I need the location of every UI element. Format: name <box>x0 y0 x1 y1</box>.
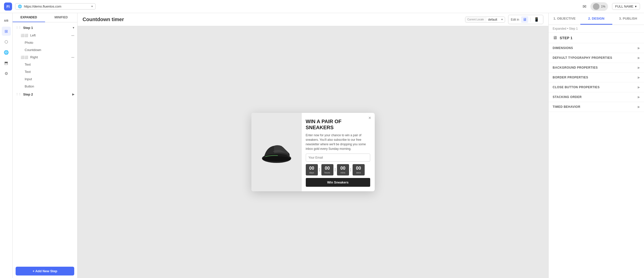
countdown-secs: 00 secs <box>353 164 365 175</box>
sidebar-item-settings[interactable]: ⚙ <box>2 69 11 78</box>
chevron-right-icon: ▶ <box>72 93 74 96</box>
sidebar-item-ab[interactable]: A/B <box>2 16 11 25</box>
countdown-item[interactable]: Countdown <box>13 46 77 54</box>
fullname-label: FULL NAME <box>615 5 633 8</box>
breadcrumb: Expanded • Step 1 <box>549 25 644 33</box>
chevron-right-icon: ▶ <box>638 95 640 99</box>
text-1-label: Text <box>25 63 31 66</box>
fullname-button[interactable]: FULL NAME ▾ <box>612 3 640 10</box>
topbar: FI 🌐 https://demo.fluentos.com ▾ ✉ 1% FU… <box>0 0 644 13</box>
step-2-header[interactable]: ⋮⋮ Step 2 ▶ <box>13 90 77 98</box>
mail-icon[interactable]: ✉ <box>583 4 586 9</box>
right-group-header[interactable]: ⬜⬜ Right ••• <box>13 54 77 61</box>
drag-handle-icon: ⋮⋮ <box>16 93 21 96</box>
mobile-device-button[interactable]: 📱 <box>533 16 541 23</box>
button-item[interactable]: Button <box>13 83 77 90</box>
avatar <box>593 3 599 10</box>
step-1-header[interactable]: ⋮⋮ Step 1 ▾ <box>13 24 77 32</box>
photo-item[interactable]: Photo <box>13 39 77 46</box>
chevron-down-icon: ▾ <box>635 5 637 8</box>
button-label: Button <box>25 84 34 88</box>
page-title: Countdown timer <box>83 17 124 22</box>
props-row-stacking[interactable]: STACKING ORDER ▶ <box>549 92 644 102</box>
props-list: DIMENSIONS ▶ DEFAULT TYPOGRAPHY PROPERTI… <box>549 43 644 278</box>
step-header: 🖥 STEP 1 <box>549 33 644 43</box>
popup-title: WIN A PAIR OF SNEAKERS <box>306 118 370 130</box>
more-icon[interactable]: ••• <box>71 34 74 37</box>
edit-in-label: Edit in <box>511 18 519 21</box>
steps-panel: EXPANDED MINIFIED ⋮⋮ Step 1 ▾ ⬜⬜ Left ••… <box>13 13 78 278</box>
chevron-right-icon: ▶ <box>638 56 640 60</box>
svg-point-1 <box>262 156 291 161</box>
props-row-border[interactable]: BORDER PROPERTIES ▶ <box>549 73 644 82</box>
countdown-row: 00 days : 00 hours : 00 mins <box>306 164 370 175</box>
step-title: STEP 1 <box>560 36 573 40</box>
website-selector[interactable]: 🌐 https://demo.fluentos.com ▾ <box>15 3 96 10</box>
popup-left <box>251 113 302 191</box>
globe-icon: 🌐 <box>4 50 9 55</box>
canvas-area: Countdown timer Current Locale default ▾… <box>78 13 548 278</box>
tab-objective[interactable]: 1. OBJECTIVE <box>549 13 580 25</box>
step-1-group: ⋮⋮ Step 1 ▾ ⬜⬜ Left ••• Photo Countdown <box>13 24 77 90</box>
chevron-down-icon: ▾ <box>91 5 93 8</box>
text-item-2[interactable]: Text <box>13 68 77 75</box>
chevron-down-icon: ▾ <box>73 26 74 29</box>
canvas-header: Countdown timer Current Locale default ▾… <box>78 13 548 26</box>
step-2-label: Step 2 <box>23 92 33 96</box>
sidebar-item-integrations[interactable]: ⬡ <box>2 37 11 46</box>
billing-icon: ⬒ <box>4 61 8 65</box>
countdown-hours: 00 hours <box>321 164 333 175</box>
locale-selector[interactable]: Current Locale default ▾ <box>465 17 505 23</box>
right-label: Right <box>30 55 38 59</box>
integrations-icon: ⬡ <box>5 39 8 44</box>
tab-design[interactable]: 2. DESIGN <box>580 13 612 25</box>
tab-expanded[interactable]: EXPANDED <box>13 13 45 22</box>
locale-label: Current Locale <box>465 17 486 22</box>
device-divider <box>530 17 531 22</box>
chevron-right-icon: ▶ <box>638 46 640 50</box>
props-row-timed-behavior[interactable]: TIMED BEHAVIOR ▶ <box>549 102 644 112</box>
sidebar-item-billing[interactable]: ⬒ <box>2 58 11 67</box>
url-text: https://demo.fluentos.com <box>24 5 89 8</box>
sneaker-image <box>256 132 297 172</box>
logo: FI <box>4 3 12 11</box>
countdown-days: 00 days <box>306 164 318 175</box>
popup-close-button[interactable]: × <box>368 115 371 121</box>
steps-list: ⋮⋮ Step 1 ▾ ⬜⬜ Left ••• Photo Countdown <box>13 22 77 264</box>
countdown-sep-3: : <box>350 167 352 172</box>
props-row-typography[interactable]: DEFAULT TYPOGRAPHY PROPERTIES ▶ <box>549 53 644 63</box>
input-item[interactable]: Input <box>13 75 77 83</box>
sidebar-item-layout[interactable]: ⊞ <box>2 27 11 36</box>
canvas-toolbar: Current Locale default ▾ Edit in 🖥 📱 <box>465 15 543 24</box>
avatar-button[interactable]: 1% <box>590 2 608 11</box>
left-group-header[interactable]: ⬜⬜ Left ••• <box>13 32 77 39</box>
locale-value: default <box>486 17 499 22</box>
tab-minified[interactable]: MINIFIED <box>45 13 78 22</box>
monitor-icon: 🖥 <box>553 35 557 40</box>
props-row-dimensions[interactable]: DIMENSIONS ▶ <box>549 43 644 53</box>
steps-tabs: EXPANDED MINIFIED <box>13 13 77 22</box>
text-item-1[interactable]: Text <box>13 61 77 68</box>
main-layout: A/B ⊞ ⬡ 🌐 ⬒ ⚙ EXPANDED MINIFIED <box>0 13 644 278</box>
email-input[interactable] <box>306 154 370 162</box>
more-icon[interactable]: ••• <box>71 56 74 59</box>
chevron-down-icon[interactable]: ▾ <box>499 17 505 22</box>
win-sneakers-button[interactable]: Win Sneakers <box>306 178 370 187</box>
props-row-close-button[interactable]: CLOSE BUTTON PROPERTIES ▶ <box>549 82 644 92</box>
step-1-label: Step 1 <box>23 26 33 30</box>
add-new-step-button[interactable]: + Add New Step <box>16 267 74 275</box>
desktop-device-button[interactable]: 🖥 <box>521 16 528 23</box>
photo-label: Photo <box>25 41 33 44</box>
tab-publish[interactable]: 3. PUBLISH <box>612 13 644 25</box>
countdown-sep-1: : <box>319 167 320 172</box>
props-row-background[interactable]: BACKGROUND PROPERTIES ▶ <box>549 63 644 73</box>
popup-right: WIN A PAIR OF SNEAKERS Enter now for you… <box>302 113 375 191</box>
input-label: Input <box>25 77 32 81</box>
countdown-mins: 00 mins <box>337 164 349 175</box>
props-top-tabs: 1. OBJECTIVE 2. DESIGN 3. PUBLISH <box>549 13 644 25</box>
sidebar-item-globe[interactable]: 🌐 <box>2 48 11 57</box>
canvas-body: × <box>78 26 548 278</box>
text-2-label: Text <box>25 70 31 74</box>
step-2-group: ⋮⋮ Step 2 ▶ <box>13 90 77 98</box>
settings-icon: ⚙ <box>5 71 8 76</box>
